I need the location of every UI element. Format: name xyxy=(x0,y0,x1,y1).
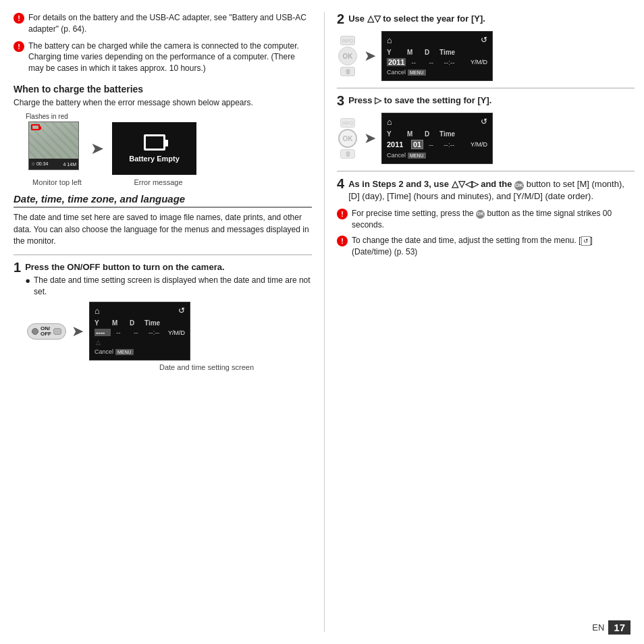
step4-notice-text-1: For precise time setting, press the OK b… xyxy=(352,208,635,231)
step4-num: 4 xyxy=(337,177,344,190)
divider-step4 xyxy=(337,171,635,171)
step1-sub: The date and time setting screen is disp… xyxy=(34,275,312,298)
step2-year: 2011 xyxy=(387,58,406,66)
step3-num: 3 xyxy=(337,94,344,107)
step4-notice-text-2: To change the date and time, adjust the … xyxy=(352,235,635,258)
cam-left-info: ☆ 00:34 xyxy=(31,161,48,167)
when-to-charge-body: Charge the battery when the error messag… xyxy=(14,97,312,109)
divider-step3 xyxy=(337,88,635,88)
step2-section: 2 Use △▽ to select the year for [Y]. INF… xyxy=(337,14,635,81)
step4-notice-icon-1: ! xyxy=(337,209,348,219)
camera-buttons-step3: INFO OK 🗑 xyxy=(337,118,358,159)
step4-section: 4 As in Steps 2 and 3, use △▽◁▷ and the … xyxy=(337,178,635,258)
cam-right-info: 4 14M xyxy=(63,162,76,167)
step3-section: 3 Press ▷ to save the setting for [Y]. I… xyxy=(337,95,635,164)
notice-text-1: For details on the battery and the USB-A… xyxy=(28,12,312,35)
step1-screen-label: Date and time setting screen xyxy=(101,363,312,371)
italic-section-body: The date and time set here are saved to … xyxy=(14,212,312,247)
when-to-charge-title: When to charge the batteries xyxy=(14,84,312,95)
notice-text-2: The battery can be charged while the cam… xyxy=(28,41,312,74)
step4-label-bold: As in Steps 2 and 3, use △▽◁▷ and the xyxy=(348,179,512,189)
step4-notice-2: ! To change the date and time, adjust th… xyxy=(337,235,635,258)
battery-icon-large xyxy=(144,134,165,151)
divider-step1 xyxy=(14,254,312,255)
step1-num: 1 xyxy=(14,261,21,274)
step2-label: Use △▽ to select the year for [Y]. xyxy=(348,14,485,25)
camera-battery-icon xyxy=(31,124,40,130)
flash-label: Flashes in red xyxy=(26,113,312,120)
step1-label: Press the ON/OFF button to turn on the c… xyxy=(25,262,312,273)
step3-month: 01 xyxy=(411,140,423,149)
step3-year: 2011 xyxy=(387,140,406,149)
step1-sub-row: ● The date and time setting screen is di… xyxy=(25,275,312,298)
notice-row-1: ! For details on the battery and the USB… xyxy=(14,12,312,35)
arrow-step1: ➤ xyxy=(72,323,84,340)
step1-header: 1 Press the ON/OFF button to turn on the… xyxy=(14,262,312,298)
onoff-button: ON/OFF xyxy=(27,323,66,340)
notice-icon-2: ! xyxy=(14,41,24,52)
camera-buttons-step2: INFO OK 🗑 xyxy=(337,36,358,76)
step4-notice-icon-2: ! xyxy=(337,236,348,246)
battery-empty-text: Battery Empty xyxy=(129,155,180,163)
notice-row-2: ! The battery can be charged while the c… xyxy=(14,41,312,74)
notice-icon-1: ! xyxy=(14,13,24,24)
error-label: Error message xyxy=(116,178,200,186)
italic-section-title: Date, time, time zone, and language xyxy=(14,193,312,208)
step4-notice-1: ! For precise time setting, press the OK… xyxy=(337,208,635,231)
step2-num: 2 xyxy=(337,12,344,26)
page-number-area: EN 17 xyxy=(592,620,630,635)
monitor-label: Monitor top left xyxy=(28,178,86,186)
arrow-step2: ➤ xyxy=(364,47,376,65)
page-en-label: EN xyxy=(592,622,604,633)
datetime-screen-step3: ⌂ ↺ Y M D Time 2011 01 -- xyxy=(381,113,493,164)
datetime-screen-step1: ⌂ ↺ Y M D Time ---- -- -- --:-- Y/M/D xyxy=(89,302,190,360)
step3-label: Press ▷ to save the setting for [Y]. xyxy=(348,95,491,107)
datetime-screen-step2: ⌂ ↺ Y M D Time 2011 -- -- xyxy=(381,31,493,81)
battery-empty-screen: Battery Empty xyxy=(112,122,196,175)
arrow-icon: ➤ xyxy=(90,139,104,158)
page-number: 17 xyxy=(608,620,630,635)
arrow-step3: ➤ xyxy=(364,130,376,147)
